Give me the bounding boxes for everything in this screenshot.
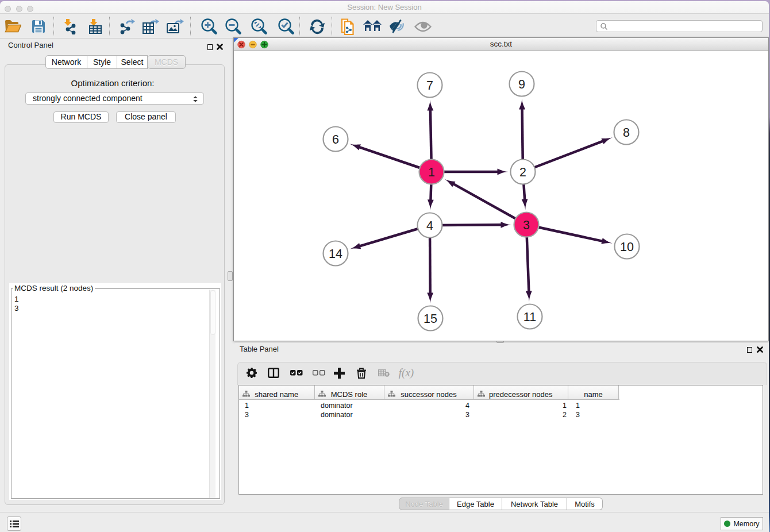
- svg-text:9: 9: [518, 78, 525, 91]
- svg-text:15: 15: [424, 312, 437, 326]
- svg-text:11: 11: [523, 310, 536, 324]
- svg-text:6: 6: [332, 133, 339, 147]
- svg-text:10: 10: [620, 240, 634, 254]
- svg-text:2: 2: [519, 165, 526, 179]
- svg-text:7: 7: [426, 79, 433, 92]
- svg-text:8: 8: [623, 126, 630, 140]
- svg-text:3: 3: [523, 218, 530, 232]
- svg-text:1: 1: [428, 165, 435, 179]
- svg-text:14: 14: [329, 247, 342, 261]
- svg-text:4: 4: [426, 219, 433, 233]
